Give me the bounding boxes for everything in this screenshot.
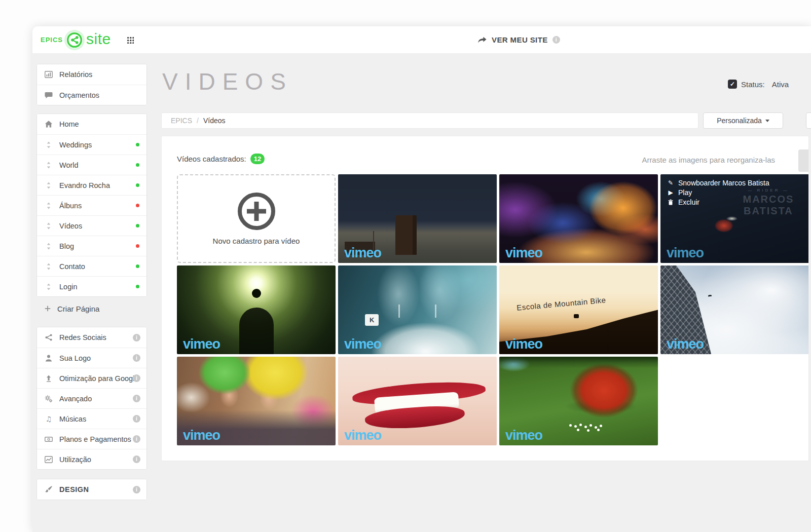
status-dot [136, 264, 139, 268]
play-icon: ▶ [667, 189, 674, 196]
plus-circle-icon [238, 193, 275, 230]
grid-cell: vimeo [499, 357, 658, 445]
video-thumbnail-ghost-town[interactable]: vimeo [338, 174, 497, 263]
sidebar-item-label: Home [59, 120, 79, 128]
brand-share-icon [66, 32, 83, 48]
info-icon[interactable]: i [133, 395, 140, 402]
vimeo-logo: vimeo [505, 336, 542, 352]
trash-icon [667, 199, 674, 206]
sidebar-item-label: DESIGN [59, 485, 89, 493]
grid-cell: vimeo [177, 265, 336, 354]
sidebar-item-login[interactable]: Login [37, 276, 146, 296]
app-header: EPICS site VER MEU SITE i [32, 26, 811, 53]
status-value: Ativa [772, 80, 789, 89]
sort-icon [45, 242, 53, 250]
sidebar-item-label: Redes Sociais [59, 333, 106, 341]
sidebar-item-design[interactable]: DESIGN i [37, 479, 146, 500]
bike-caption-text: Escola de Mountain Bike [517, 295, 606, 312]
brand-prefix: EPICS [41, 36, 63, 44]
sidebar-item-label: Álbuns [59, 202, 82, 210]
sidebar-item-label: Contato [59, 262, 85, 271]
breadcrumb-root[interactable]: EPICS [171, 117, 192, 125]
create-page-label: Criar Página [57, 305, 99, 313]
sidebar-item-home[interactable]: Home [37, 114, 146, 134]
videos-panel: Vídeos cadastrados: 12 Arraste as imagen… [161, 136, 809, 461]
play-video-action[interactable]: ▶ Play [667, 188, 769, 197]
info-icon[interactable]: i [133, 415, 140, 423]
sidebar-item-contato[interactable]: Contato [37, 256, 146, 276]
video-thumbnail-aerial-field[interactable]: vimeo [499, 357, 658, 445]
delete-video-action[interactable]: Excluir [667, 198, 769, 206]
app-window: EPICS site VER MEU SITE i Relatórios Orç… [32, 26, 811, 532]
clipped-edge-button[interactable] [806, 112, 811, 129]
vimeo-logo: vimeo [505, 245, 542, 261]
create-page-button[interactable]: Criar Página [36, 300, 147, 317]
info-icon[interactable]: i [133, 455, 140, 463]
breadcrumb-current: Vídeos [203, 117, 226, 125]
sort-icon [45, 202, 53, 210]
sort-icon [45, 161, 53, 169]
sidebar-item-planos-pagamentos[interactable]: Planos e Pagamentos i [37, 429, 146, 449]
status-dot [136, 204, 139, 207]
info-icon[interactable]: i [552, 36, 560, 44]
view-site-link[interactable]: VER MEU SITE i [477, 26, 560, 53]
screenshot-stage: EPICS site VER MEU SITE i Relatórios Orç… [0, 0, 811, 532]
status-checkbox[interactable]: ✓ [728, 80, 737, 89]
add-video-card[interactable]: Novo cadastro para vídeo [177, 174, 336, 263]
video-thumbnail-snowboarder[interactable]: — RIDER — MARCOS BATISTA ✎ Snowboarder M… [660, 174, 809, 263]
sidebar-item-videos[interactable]: Vídeos [37, 215, 146, 236]
sidebar-item-avancado[interactable]: Avançado i [37, 388, 146, 408]
sidebar-reports-card: Relatórios Orçamentos [36, 64, 147, 105]
sidebar-item-label: Orçamentos [59, 91, 99, 99]
edit-video-action[interactable]: ✎ Snowboarder Marcos Batista [667, 179, 769, 187]
info-icon[interactable]: i [133, 435, 140, 443]
status-dot [136, 244, 139, 248]
pencil-icon: ✎ [667, 179, 674, 186]
gears-icon [45, 395, 53, 403]
chevron-down-icon [765, 120, 769, 122]
thumbnail-hover-menu: ✎ Snowboarder Marcos Batista ▶ Play Excl… [667, 179, 769, 206]
sidebar-item-otimizacao-google[interactable]: Otimização para Google i [37, 368, 146, 388]
video-thumbnail-city-night[interactable]: vimeo [499, 174, 658, 263]
video-thumbnail-smile[interactable]: vimeo [338, 357, 497, 445]
sidebar-item-label: World [59, 161, 79, 169]
sidebar-item-world[interactable]: World [37, 155, 146, 175]
video-thumbnail-backlit-figure[interactable]: vimeo [177, 265, 336, 354]
cup-letter: K [365, 314, 379, 326]
status-label: Status: [741, 80, 765, 89]
sidebar-item-evandro-rocha[interactable]: Evandro Rocha [37, 175, 146, 195]
video-thumbnail-restaurant[interactable]: K vimeo [338, 265, 497, 354]
sidebar-item-label: Vídeos [59, 222, 82, 230]
sidebar-item-orcamentos[interactable]: Orçamentos [37, 85, 146, 105]
brand-logo[interactable]: EPICS site [41, 26, 111, 53]
sidebar-item-musicas[interactable]: ♫ Músicas i [37, 408, 146, 429]
brand-name: site [86, 30, 111, 48]
sidebar-item-weddings[interactable]: Weddings [37, 134, 146, 155]
play-label: Play [678, 188, 692, 197]
apps-grid-icon[interactable] [127, 36, 134, 44]
video-thumbnail-tower[interactable]: vimeo [660, 265, 809, 354]
video-thumbnail-girls[interactable]: vimeo [177, 357, 336, 445]
sidebar-item-relatorios[interactable]: Relatórios [37, 64, 146, 85]
sidebar-item-utilizacao[interactable]: Utilização i [37, 449, 146, 469]
vimeo-logo: vimeo [505, 428, 542, 443]
info-icon[interactable]: i [133, 374, 140, 382]
sidebar-item-redes-sociais[interactable]: Redes Sociais i [37, 327, 146, 348]
user-icon [45, 354, 53, 362]
sort-icon [45, 222, 53, 230]
sidebar-item-label: Músicas [59, 415, 86, 423]
personalizada-dropdown[interactable]: Personalizada [703, 112, 783, 129]
vimeo-logo: vimeo [344, 428, 381, 443]
status-dot [136, 143, 139, 146]
delete-label: Excluir [678, 198, 699, 206]
sidebar-item-albuns[interactable]: Álbuns [37, 195, 146, 215]
info-icon[interactable]: i [133, 354, 140, 362]
info-icon[interactable]: i [133, 334, 140, 341]
sidebar-item-sua-logo[interactable]: Sua Logo i [37, 348, 146, 368]
info-icon[interactable]: i [133, 486, 140, 493]
video-thumbnail-mountain-bike[interactable]: Escola de Mountain Bike vimeo [499, 265, 658, 354]
sidebar-item-blog[interactable]: Blog [37, 236, 146, 256]
sidebar-item-label: Sua Logo [59, 354, 91, 362]
video-title: Snowboarder Marcos Batista [678, 179, 769, 187]
view-site-label: VER MEU SITE [492, 35, 548, 44]
